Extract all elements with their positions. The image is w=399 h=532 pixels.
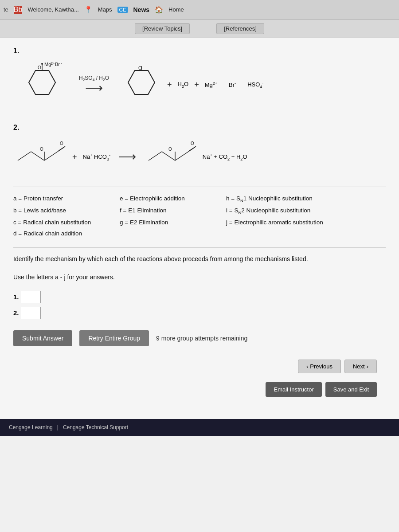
navigation-row: ‹ Previous Next ›	[13, 360, 377, 373]
reaction-1: Mg 2+ Br - O H2SO4 / H2O ⟶ O	[13, 62, 386, 108]
tab-prefix: te	[4, 6, 8, 13]
answer-row-2: 2.	[13, 307, 386, 319]
mechanism-d: d = Radical chain addition	[13, 229, 111, 239]
maps-label: Maps	[98, 6, 112, 13]
product-1-h2o: H2O	[178, 81, 189, 89]
svg-line-19	[149, 152, 162, 160]
ge-icon: GE	[117, 7, 128, 13]
tab-bar: te Bb Welcome, Kawtha... 📍 Maps GE News …	[0, 0, 399, 20]
mechanism-f: f = E1 Elimination	[120, 206, 217, 216]
mechanisms-grid: a = Proton transfer e = Electrophilic ad…	[13, 194, 386, 239]
reaction-2: O O + Na+ HCO3- ⟶	[13, 138, 386, 176]
question-2-number: 2.	[13, 124, 386, 132]
answer-row-1: 1.	[13, 291, 386, 303]
footer-buttons: Email Instructor Save and Exit	[13, 382, 377, 397]
svg-text:2+: 2+	[51, 62, 55, 66]
reactant-2-structure: O O	[13, 138, 66, 176]
svg-line-13	[44, 152, 58, 160]
reactant-2-nacarbonate: Na+ HCO3-	[83, 153, 111, 161]
svg-text:-: -	[61, 62, 62, 66]
reaction-2-arrow: ⟶	[118, 151, 136, 163]
mechanism-i: i = SN2 Nucleophilic substitution	[226, 206, 386, 216]
previous-label: Previous	[310, 363, 332, 370]
email-instructor-button[interactable]: Email Instructor	[266, 382, 321, 397]
instructions-line1: Identify the mechanism by which each of …	[13, 254, 386, 264]
save-exit-button[interactable]: Save and Exit	[325, 382, 377, 397]
question-1-number: 1.	[13, 47, 386, 55]
product-1-br: Br-	[229, 81, 236, 88]
buttons-row: Submit Answer Retry Entire Group 9 more …	[13, 330, 386, 346]
top-toolbar: [Review Topics] [References]	[0, 20, 399, 38]
svg-text:O: O	[138, 66, 142, 70]
product-1-mg: Mg2+	[205, 81, 217, 88]
reactant-1-structure: Mg 2+ Br - O	[13, 62, 71, 108]
svg-line-12	[31, 152, 44, 160]
plus-2-1: +	[72, 153, 77, 162]
svg-line-15	[59, 146, 65, 151]
svg-text:O: O	[168, 147, 172, 152]
product-2-rest: Na+ + CO2 + H2O	[203, 153, 247, 161]
cengage-support-link[interactable]: Cengage Technical Support	[63, 424, 128, 430]
svg-text:O: O	[40, 147, 43, 152]
maps-pin-icon: 📍	[84, 6, 93, 14]
mechanism-b: b = Lewis acid/base	[13, 206, 111, 216]
svg-text:Mg: Mg	[44, 62, 51, 67]
mechanism-h: h = SN1 Nucleophilic substitution	[226, 194, 386, 204]
mechanism-e: e = Electrophilic addition	[120, 194, 217, 204]
news-label: News	[133, 6, 150, 13]
question-area: 1. Mg 2+ Br - O	[0, 38, 399, 419]
main-content: [Review Topics] [References] 1. Mg 2+ Br	[0, 20, 399, 532]
attempts-remaining: 9 more group attempts remaining	[156, 335, 247, 342]
mechanism-a: a = Proton transfer	[13, 194, 111, 204]
plus-2: +	[194, 80, 199, 90]
plus-1: +	[167, 80, 172, 90]
mechanism-g: g = E2 Elimination	[120, 218, 217, 227]
bb-icon: Bb	[14, 6, 23, 14]
answer-1-input[interactable]	[21, 291, 41, 303]
product-1-hso4: HSO4-	[247, 81, 263, 89]
svg-text:O: O	[60, 141, 63, 146]
bottom-footer: Cengage Learning | Cengage Technical Sup…	[0, 419, 399, 436]
svg-text:Br: Br	[55, 62, 60, 67]
svg-text:O: O	[38, 65, 41, 70]
answer-1-label: 1.	[13, 293, 19, 301]
svg-line-20	[162, 152, 175, 160]
cengage-learning-link[interactable]: Cengage Learning	[9, 424, 53, 430]
answer-2-input[interactable]	[21, 307, 41, 319]
svg-point-2	[41, 63, 43, 65]
retry-group-button[interactable]: Retry Entire Group	[79, 330, 149, 346]
home-icon: 🏠	[155, 6, 163, 14]
product-2-structure: O O-	[144, 138, 199, 176]
mechanism-c: c = Radical chain substitution	[13, 218, 111, 227]
chevron-left-icon: ‹	[306, 363, 308, 370]
submit-answer-button[interactable]: Submit Answer	[13, 330, 72, 346]
svg-line-23	[189, 146, 196, 151]
home-label: Home	[168, 6, 184, 13]
mechanism-j: j = Electrophilic aromatic substitution	[226, 218, 386, 227]
next-label: Next	[353, 363, 365, 370]
review-topics-button[interactable]: [Review Topics]	[135, 23, 190, 34]
footer-separator: |	[57, 424, 59, 430]
svg-text:O: O	[191, 141, 194, 146]
next-button[interactable]: Next ›	[344, 360, 377, 373]
reaction-1-arrow: H2SO4 / H2O ⟶	[79, 75, 109, 94]
instructions-line2: Use the letters a - j for your answers.	[13, 273, 386, 282]
product-1-structure: O	[117, 66, 161, 103]
welcome-text: Welcome, Kawtha...	[27, 6, 78, 13]
answer-2-label: 2.	[13, 309, 19, 317]
references-button[interactable]: [References]	[216, 23, 264, 34]
svg-marker-8	[128, 70, 155, 94]
svg-line-21	[175, 152, 188, 160]
previous-button[interactable]: ‹ Previous	[298, 360, 341, 373]
svg-line-11	[18, 152, 31, 160]
svg-marker-0	[29, 70, 55, 94]
chevron-right-icon: ›	[367, 363, 368, 370]
